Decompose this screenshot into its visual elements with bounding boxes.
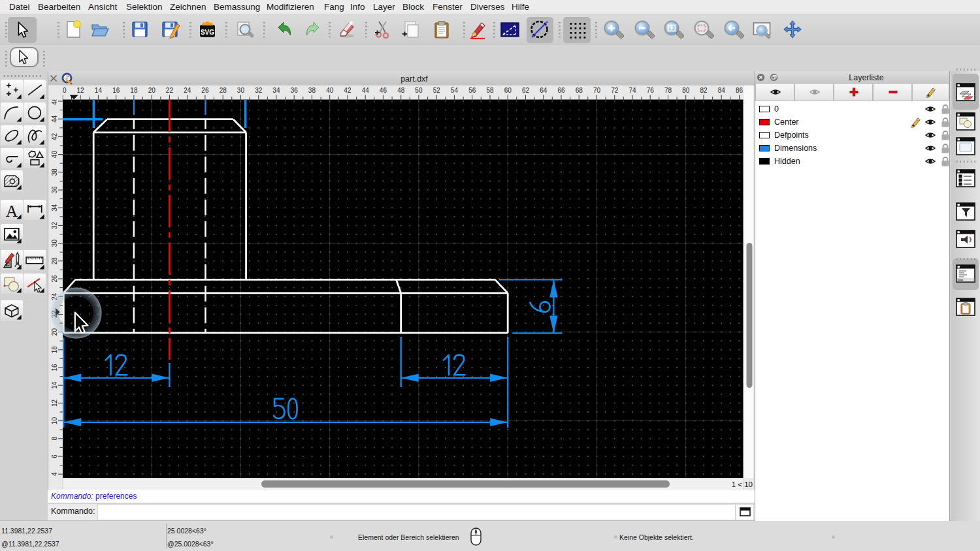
svg-text:14: 14 <box>51 381 58 389</box>
svg-text:6: 6 <box>51 454 58 458</box>
svg-text:84: 84 <box>718 87 726 94</box>
svg-text:8: 8 <box>51 437 58 441</box>
svg-text:SVG: SVG <box>201 29 214 36</box>
svg-text:58: 58 <box>486 87 494 94</box>
svg-text:22: 22 <box>166 87 174 94</box>
svg-text:16: 16 <box>51 364 58 371</box>
svg-text:12: 12 <box>51 399 58 407</box>
svg-text:54: 54 <box>451 87 459 94</box>
svg-text:34: 34 <box>272 87 280 94</box>
svg-text:32: 32 <box>51 221 58 229</box>
svg-text:38: 38 <box>308 87 316 94</box>
svg-text:36: 36 <box>291 87 299 94</box>
svg-text:34: 34 <box>51 204 58 212</box>
svg-text:80: 80 <box>682 87 690 94</box>
svg-text:A: A <box>6 201 18 220</box>
svg-text:78: 78 <box>664 87 672 94</box>
svg-text:12: 12 <box>77 87 85 94</box>
svg-text:72: 72 <box>611 87 619 94</box>
svg-text:14: 14 <box>95 87 103 94</box>
svg-text:32: 32 <box>255 87 263 94</box>
svg-text:38: 38 <box>51 168 58 176</box>
svg-text:10: 10 <box>51 417 58 425</box>
svg-text:28: 28 <box>51 257 58 265</box>
svg-text:20: 20 <box>148 87 156 94</box>
svg-text:36: 36 <box>51 186 58 194</box>
svg-text:56: 56 <box>468 87 476 94</box>
svg-text:64: 64 <box>540 87 547 94</box>
svg-text:68: 68 <box>576 87 583 94</box>
svg-text:48: 48 <box>397 87 405 94</box>
svg-text:40: 40 <box>51 151 58 159</box>
svg-text:1 < 10: 1 < 10 <box>732 480 753 488</box>
svg-text:28: 28 <box>220 87 227 94</box>
svg-text:86: 86 <box>736 87 743 94</box>
svg-text:30: 30 <box>237 87 245 94</box>
svg-text:18: 18 <box>130 87 138 94</box>
svg-text:part.dxf: part.dxf <box>400 74 428 84</box>
svg-text:26: 26 <box>51 275 58 283</box>
svg-text:30: 30 <box>51 240 58 247</box>
svg-text:50: 50 <box>415 87 423 94</box>
svg-text:62: 62 <box>522 87 530 94</box>
svg-text:70: 70 <box>593 87 601 94</box>
svg-text:74: 74 <box>629 87 636 94</box>
svg-text:60: 60 <box>504 87 512 94</box>
svg-text:4: 4 <box>51 472 58 476</box>
svg-text:82: 82 <box>700 87 708 94</box>
svg-text:16: 16 <box>112 87 120 94</box>
svg-text:46: 46 <box>380 87 387 94</box>
svg-text:18: 18 <box>51 346 58 354</box>
svg-text:76: 76 <box>647 87 655 94</box>
svg-text:42: 42 <box>51 133 58 140</box>
svg-text:24: 24 <box>184 87 191 94</box>
svg-text:66: 66 <box>557 87 565 94</box>
svg-text:42: 42 <box>344 87 351 94</box>
svg-text:44: 44 <box>362 87 370 94</box>
svg-text:26: 26 <box>201 87 209 94</box>
svg-text:40: 40 <box>326 87 334 94</box>
svg-text:52: 52 <box>433 87 441 94</box>
svg-text:44: 44 <box>51 115 58 123</box>
